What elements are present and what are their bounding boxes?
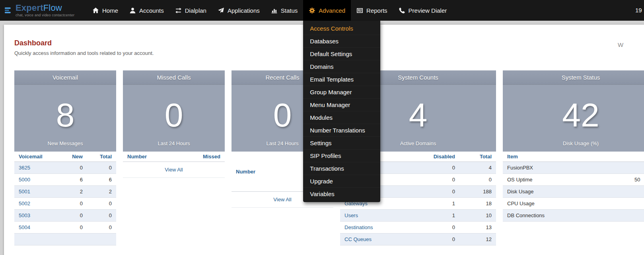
menu-item-group-manager[interactable]: Group Manager (303, 86, 380, 99)
cell: 0 (60, 210, 87, 222)
cell: Disk Usage (503, 186, 630, 198)
nav-item-dialplan[interactable]: Dialplan (169, 0, 212, 21)
reports-icon (356, 7, 363, 14)
cell: 12 (459, 234, 496, 245)
table-filler-row (14, 234, 116, 245)
table-row: OS Uptime50 (503, 174, 644, 186)
menu-item-menu-manager[interactable]: Menu Manager (303, 99, 380, 111)
missed-calls-table: NumberMissed (123, 152, 225, 162)
column-header: New (60, 152, 87, 162)
menu-item-transactions[interactable]: Transactions (303, 162, 380, 175)
dialplan-arrows-icon (175, 7, 182, 14)
cell: 2 (60, 186, 87, 198)
nav-item-preview-dialer[interactable]: Preview Dialer (393, 0, 453, 21)
cell (630, 210, 644, 222)
card-system-status: System Status 42 Disk Usage (%) Item Fus… (503, 70, 644, 222)
cell: 2 (87, 186, 116, 198)
card-missed-calls: Missed Calls 0 Last 24 Hours NumberMisse… (123, 70, 225, 178)
row-link[interactable]: Destinations (340, 222, 406, 234)
nav-item-home[interactable]: Home (87, 0, 124, 21)
nav-item-label: Advanced (319, 7, 345, 14)
cell: CPU Usage (503, 198, 630, 210)
row-link[interactable]: 5001 (14, 186, 60, 198)
row-link[interactable]: 5002 (14, 198, 60, 210)
system-status-metric-panel: 42 Disk Usage (%) (503, 85, 644, 152)
nav-item-advanced[interactable]: Advanced Access ControlsDatabasesDefault… (303, 0, 351, 21)
row-link[interactable]: 5004 (14, 222, 60, 234)
phone-icon (399, 7, 405, 14)
expertflow-logo-icon (5, 7, 12, 14)
card-body: NumberMissed View All (123, 152, 225, 178)
menu-item-email-templates[interactable]: Email Templates (303, 73, 380, 86)
table-row: Disk Usage (503, 186, 644, 198)
person-icon (129, 7, 136, 14)
cell: 0 (406, 234, 459, 245)
menu-item-variables[interactable]: Variables (303, 188, 380, 200)
menu-item-databases[interactable]: Databases (303, 35, 380, 48)
row-link[interactable]: 5000 (14, 174, 60, 186)
menu-item-default-settings[interactable]: Default Settings (303, 48, 380, 60)
cell: 18 (459, 198, 496, 210)
brand-tagline: chat, voice and video contactcenter (16, 14, 74, 17)
row-link[interactable]: 5003 (14, 210, 60, 222)
cell: 1 (406, 210, 459, 222)
card-body: VoicemailNewTotal 3625005000665001225002… (14, 152, 116, 245)
app-logo[interactable]: ExpertFlow chat, voice and video contact… (0, 0, 87, 21)
cell: 0 (406, 174, 459, 186)
nav-item-reports[interactable]: Reports (351, 0, 393, 21)
card-voicemail: Voicemail 8 New Messages VoicemailNewTot… (14, 70, 116, 245)
missed-calls-metric-panel: 0 Last 24 Hours (123, 85, 225, 152)
table-row: 500122 (14, 186, 116, 198)
bar-chart-icon (271, 7, 278, 14)
column-header: Total (459, 152, 496, 162)
brand-text: ExpertFlow chat, voice and video contact… (16, 4, 74, 17)
cell: 0 (406, 162, 459, 174)
menu-item-access-controls[interactable]: Access Controls (303, 22, 380, 35)
system-status-table: Item FusionPBXOS Uptime50Disk UsageCPU U… (503, 152, 644, 222)
cell (630, 162, 644, 174)
nav-item-label: Dialplan (185, 7, 206, 14)
menu-item-settings[interactable]: Settings (303, 137, 380, 150)
nav-item-label: Reports (366, 7, 387, 14)
menu-item-sip-profiles[interactable]: SIP Profiles (303, 150, 380, 162)
nav-item-label: Applications (228, 7, 260, 14)
row-link[interactable]: 3625 (14, 162, 60, 174)
nav-item-label: Status (281, 7, 298, 14)
cell: 0 (87, 198, 116, 210)
cell: 0 (406, 186, 459, 198)
metric-value: 8 (56, 98, 75, 132)
table-row: Destinations013 (340, 222, 496, 234)
nav-item-applications[interactable]: Applications (212, 0, 265, 21)
nav-item-status[interactable]: Status (265, 0, 304, 21)
menu-item-upgrade[interactable]: Upgrade (303, 175, 380, 188)
table-header-row: Item (503, 152, 644, 162)
cell: 4 (459, 162, 496, 174)
cell: 0 (60, 162, 87, 174)
menu-item-domains[interactable]: Domains (303, 60, 380, 73)
cell: 6 (60, 174, 87, 186)
metric-caption: Last 24 Hours (267, 140, 299, 146)
metric-value: 0 (165, 98, 183, 132)
table-row: 500300 (14, 210, 116, 222)
cell: 0 (406, 222, 459, 234)
view-all-link[interactable]: View All (123, 162, 225, 178)
cell: 6 (87, 174, 116, 186)
nav-item-accounts[interactable]: Accounts (124, 0, 169, 21)
menu-item-modules[interactable]: Modules (303, 111, 380, 124)
cell: 188 (459, 186, 496, 198)
cell: 50 (630, 174, 644, 186)
top-navigation-bar: ExpertFlow chat, voice and video contact… (0, 0, 644, 21)
column-header (630, 152, 644, 162)
row-link[interactable]: Users (340, 210, 406, 222)
home-icon (92, 7, 99, 14)
clock: 19 (635, 0, 642, 21)
column-header: Disabled (406, 152, 459, 162)
table-header-row: VoicemailNewTotal (14, 152, 116, 162)
cell (630, 186, 644, 198)
row-link[interactable]: CC Queues (340, 234, 406, 245)
table-row: DB Connections (503, 210, 644, 222)
brand-name-flow: Flow (43, 3, 62, 13)
column-header: Total (87, 152, 116, 162)
table-row: 362500 (14, 162, 116, 174)
menu-item-number-translations[interactable]: Number Translations (303, 124, 380, 137)
